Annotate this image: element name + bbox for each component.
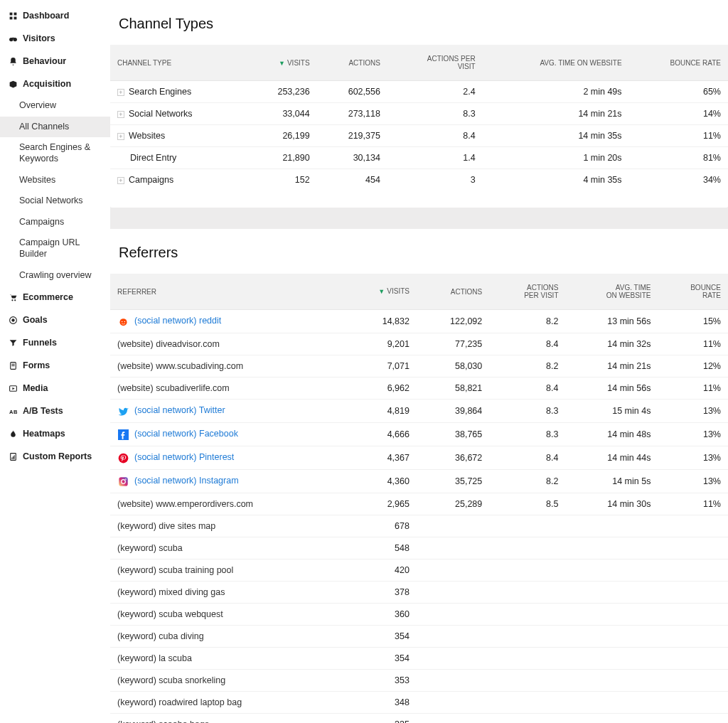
apv: 8.3 — [387, 103, 483, 125]
bounce: 13% — [658, 446, 728, 470]
nav-media[interactable]: Media — [0, 377, 110, 400]
ct-col-0[interactable]: CHANNEL TYPE — [110, 45, 246, 81]
bounce: 14% — [629, 103, 728, 125]
expand-icon[interactable]: + — [117, 89, 124, 96]
nav-forms[interactable]: Forms — [0, 354, 110, 377]
nav-custom-reports[interactable]: Custom Reports — [0, 445, 110, 468]
ref-col-0[interactable]: REFERRER — [110, 274, 346, 310]
expand-icon[interactable]: + — [117, 177, 124, 184]
time: 4 min 35s — [483, 169, 629, 191]
nav-visitors[interactable]: Visitors — [0, 27, 110, 50]
time — [566, 714, 658, 724]
apv: 8.3 — [489, 423, 565, 446]
expand-icon[interactable]: + — [117, 133, 124, 140]
ref-col-3[interactable]: ACTIONSPER VISIT — [489, 274, 565, 310]
nav-label: Media — [23, 383, 48, 393]
ct-col-5[interactable]: BOUNCE RATE — [629, 45, 728, 81]
nav-sub-search-engines-keywords[interactable]: Search Engines & Keywords — [0, 137, 110, 169]
referrer-row[interactable]: (keyword) cuba diving354 — [110, 626, 728, 648]
apv — [489, 626, 565, 648]
referrer-row[interactable]: (keyword) la scuba354 — [110, 648, 728, 670]
referrer-row[interactable]: (social network) Twitter4,81939,8648.315… — [110, 400, 728, 423]
actions: 219,375 — [317, 125, 387, 147]
expand-icon[interactable]: + — [117, 111, 124, 118]
visits: 420 — [346, 559, 417, 582]
nav-sub-social-networks[interactable]: Social Networks — [0, 191, 110, 212]
visits: 353 — [346, 670, 417, 692]
nav-label: Ecommerce — [23, 292, 73, 302]
time: 14 min 56s — [566, 377, 658, 400]
referrer-row[interactable]: (social network) reddit14,832122,0928.21… — [110, 310, 728, 333]
referrer-row[interactable]: (keyword) scuba snorkeling353 — [110, 670, 728, 692]
nav-sub-all-channels[interactable]: All Channels — [0, 117, 110, 138]
nav-behaviour[interactable]: Behaviour — [0, 50, 110, 73]
apv: 8.3 — [489, 400, 565, 423]
referrer-row[interactable]: (keyword) scooba bags335 — [110, 714, 728, 724]
referrer-row[interactable]: (keyword) scuba548 — [110, 537, 728, 559]
nav-sub-campaigns[interactable]: Campaigns — [0, 212, 110, 233]
time — [566, 670, 658, 692]
visits: 14,832 — [346, 310, 417, 333]
nav-sub-crawling-overview[interactable]: Crawling overview — [0, 265, 110, 286]
ref-col-5[interactable]: BOUNCERATE — [658, 274, 728, 310]
referrer-row[interactable]: (keyword) dive sites map678 — [110, 515, 728, 537]
time — [566, 604, 658, 626]
nav-sub-overview[interactable]: Overview — [0, 95, 110, 117]
referrer-row[interactable]: (social network) Pinterest4,36736,6728.4… — [110, 446, 728, 470]
nav-heatmaps[interactable]: Heatmaps — [0, 422, 110, 445]
bounce — [658, 670, 728, 692]
ct-col-2[interactable]: ACTIONS — [317, 45, 387, 81]
nav-sub-websites[interactable]: Websites — [0, 170, 110, 191]
time: 14 min 21s — [483, 103, 629, 125]
svg-point-22 — [121, 321, 122, 322]
ct-col-4[interactable]: AVG. TIME ON WEBSITE — [483, 45, 629, 81]
flame-icon — [7, 429, 18, 439]
actions: 122,092 — [417, 310, 489, 333]
time: 14 min 32s — [566, 333, 658, 355]
bounce: 11% — [629, 125, 728, 147]
referrer-row[interactable]: (website) diveadvisor.com9,20177,2358.41… — [110, 333, 728, 355]
channel-row[interactable]: +Social Networks33,044273,1188.314 min 2… — [110, 103, 728, 125]
visits: 6,962 — [346, 377, 417, 400]
nav-goals[interactable]: Goals — [0, 309, 110, 331]
channel-row[interactable]: +Websites26,199219,3758.414 min 35s11% — [110, 125, 728, 147]
referrer-label[interactable]: (social network) Pinterest — [134, 452, 234, 462]
ref-col-4[interactable]: AVG. TIMEON WEBSITE — [566, 274, 658, 310]
referrer-label[interactable]: (social network) reddit — [134, 316, 221, 326]
referrer-row[interactable]: (keyword) mixed diving gas378 — [110, 582, 728, 604]
referrers-card: Referrers REFERRER▼VISITSACTIONSACTIONSP… — [110, 229, 728, 723]
bounce — [658, 559, 728, 582]
channel-row[interactable]: +Campaigns15245434 min 35s34% — [110, 169, 728, 191]
nav-funnels[interactable]: Funnels — [0, 331, 110, 354]
apv: 1.4 — [387, 147, 483, 169]
referrer-row[interactable]: (website) scubadiverlife.com6,96258,8218… — [110, 377, 728, 400]
referrer-label[interactable]: (social network) Facebook — [134, 429, 238, 439]
nav-dashboard[interactable]: Dashboard — [0, 4, 110, 27]
actions: 25,289 — [417, 493, 489, 515]
time — [566, 626, 658, 648]
referrer-row[interactable]: (website) www.emperordivers.com2,96525,2… — [110, 493, 728, 515]
nav-label: Heatmaps — [23, 429, 65, 439]
ref-col-2[interactable]: ACTIONS — [417, 274, 489, 310]
time: 14 min 44s — [566, 446, 658, 470]
referrer-row[interactable]: (website) www.scubadiving.com7,07158,030… — [110, 355, 728, 377]
channel-row[interactable]: +Search Engines253,236602,5562.42 min 49… — [110, 81, 728, 103]
referrer-row[interactable]: (social network) Facebook4,66638,7658.31… — [110, 423, 728, 446]
visits: 348 — [346, 692, 417, 714]
nav-acquisition[interactable]: Acquisition — [0, 73, 110, 95]
ct-col-3[interactable]: ACTIONS PERVISIT — [387, 45, 483, 81]
referrer-label[interactable]: (social network) Twitter — [134, 405, 225, 415]
nav-a-b-tests[interactable]: ABA/B Tests — [0, 400, 110, 422]
referrer-row[interactable]: (keyword) scuba webquest360 — [110, 604, 728, 626]
referrer-row[interactable]: (keyword) scuba training pool420 — [110, 559, 728, 582]
nav-sub-campaign-url-builder[interactable]: Campaign URL Builder — [0, 232, 110, 264]
apv: 8.2 — [489, 470, 565, 493]
nav-ecommerce[interactable]: Ecommerce — [0, 286, 110, 309]
referrer-row[interactable]: (keyword) roadwired laptop bag348 — [110, 692, 728, 714]
channel-row[interactable]: Direct Entry21,89030,1341.41 min 20s81% — [110, 147, 728, 169]
referrer-label[interactable]: (social network) Instagram — [134, 476, 239, 486]
referrer-row[interactable]: (social network) Instagram4,36035,7258.2… — [110, 470, 728, 493]
apv: 8.4 — [489, 377, 565, 400]
ref-col-1[interactable]: ▼VISITS — [346, 274, 417, 310]
ct-col-1[interactable]: ▼VISITS — [246, 45, 316, 81]
